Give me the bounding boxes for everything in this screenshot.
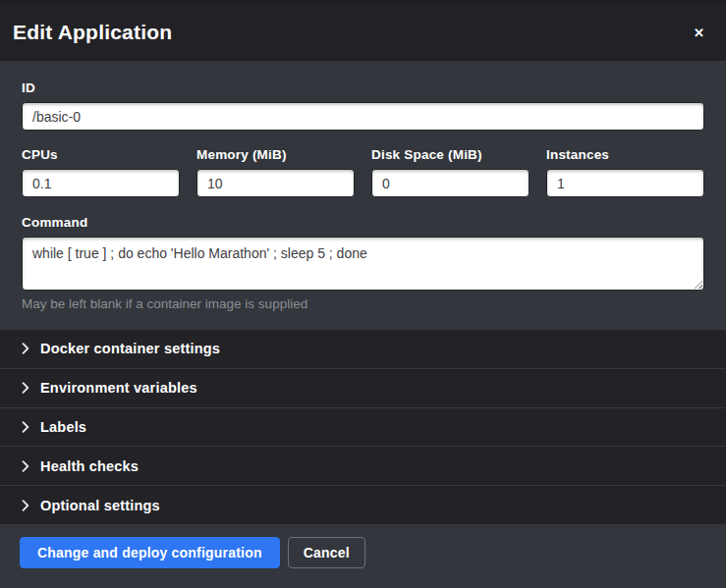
field-disk-space: Disk Space (MiB) <box>371 147 530 197</box>
section-environment-variables[interactable]: Environment variables <box>0 368 726 407</box>
memory-label: Memory (MiB) <box>196 147 355 162</box>
close-button[interactable]: ✕ <box>688 21 710 45</box>
chevron-right-icon <box>22 343 29 354</box>
chevron-right-icon <box>22 460 29 472</box>
collapsible-sections: Docker container settings Environment va… <box>0 330 726 524</box>
section-label: Docker container settings <box>40 341 220 356</box>
instances-label: Instances <box>546 147 704 162</box>
cancel-button[interactable]: Cancel <box>288 537 365 568</box>
field-id: ID <box>22 80 704 131</box>
edit-application-modal: Edit Application ✕ ID CPUs Memory (MiB) … <box>0 4 726 588</box>
section-labels[interactable]: Labels <box>0 407 726 447</box>
field-memory: Memory (MiB) <box>196 147 355 197</box>
modal-title: Edit Application <box>13 21 172 44</box>
resources-row: CPUs Memory (MiB) Disk Space (MiB) Insta… <box>22 147 704 197</box>
id-label: ID <box>22 80 704 95</box>
memory-input[interactable] <box>196 169 355 197</box>
id-input[interactable] <box>22 102 704 131</box>
section-health-checks[interactable]: Health checks <box>0 446 726 485</box>
section-label: Environment variables <box>40 380 197 396</box>
close-icon: ✕ <box>694 26 704 40</box>
change-and-deploy-button[interactable]: Change and deploy configuration <box>20 537 280 568</box>
disk-space-input[interactable] <box>371 169 530 197</box>
section-label: Health checks <box>40 458 139 474</box>
field-command: Command while [ true ] ; do echo 'Hello … <box>22 215 704 311</box>
command-label: Command <box>22 215 704 230</box>
chevron-right-icon <box>22 500 29 511</box>
disk-space-label: Disk Space (MiB) <box>371 147 530 162</box>
section-label: Labels <box>40 419 86 435</box>
chevron-right-icon <box>22 382 29 394</box>
field-cpus: CPUs <box>22 147 180 197</box>
modal-header: Edit Application ✕ <box>0 4 726 61</box>
cpus-label: CPUs <box>22 147 180 162</box>
section-label: Optional settings <box>40 498 160 513</box>
modal-footer: Change and deploy configuration Cancel <box>0 524 726 588</box>
chevron-right-icon <box>22 421 29 433</box>
instances-input[interactable] <box>546 169 704 197</box>
cpus-input[interactable] <box>22 169 180 197</box>
application-form: ID CPUs Memory (MiB) Disk Space (MiB) In… <box>0 61 726 330</box>
section-docker-container-settings[interactable]: Docker container settings <box>0 330 726 368</box>
command-help-text: May be left blank if a container image i… <box>22 296 704 311</box>
section-optional-settings[interactable]: Optional settings <box>0 485 726 524</box>
command-textarea[interactable]: while [ true ] ; do echo 'Hello Marathon… <box>22 237 704 291</box>
field-instances: Instances <box>546 147 704 197</box>
